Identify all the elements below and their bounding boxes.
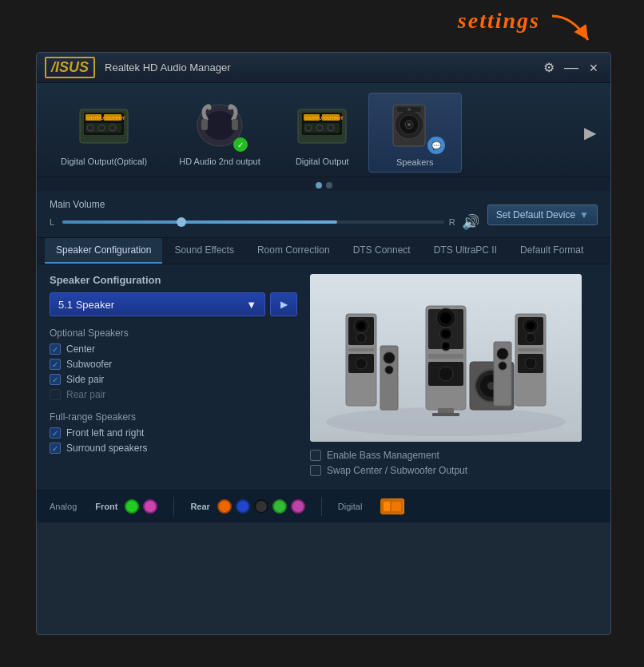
checkbox-rear-pair[interactable]: Rear pair — [50, 389, 297, 400]
left-panel: Speaker Configuration 5.1 Speaker ▼ ▶ Op… — [50, 274, 297, 480]
checkbox-side-pair[interactable]: ✓ Side pair — [50, 374, 297, 385]
speaker-config-title: Speaker Configuration — [50, 274, 297, 286]
close-button[interactable]: ✕ — [585, 59, 602, 77]
front-dot-1[interactable] — [125, 499, 139, 514]
svg-point-38 — [442, 330, 450, 338]
rear-dot-1[interactable] — [217, 499, 232, 514]
title-buttons: ⚙ — ✕ — [540, 59, 602, 77]
svg-rect-49 — [348, 348, 374, 351]
svg-point-30 — [407, 108, 411, 111]
rear-dot-5[interactable] — [291, 499, 305, 514]
checkbox-subwoofer-label: Subwoofer — [66, 359, 112, 370]
svg-text:OUTPUT: OUTPUT — [105, 116, 125, 121]
device-icon-hd-audio: ✓ — [189, 97, 249, 153]
rear-dot-3[interactable] — [254, 499, 268, 514]
gear-button[interactable]: ⚙ — [540, 59, 558, 77]
active-check-icon: ✓ — [233, 137, 248, 152]
chat-badge-icon: 💬 — [427, 137, 445, 154]
speaker-illustration — [310, 274, 582, 442]
front-dot-2[interactable] — [143, 499, 157, 514]
settings-label: settings — [458, 8, 540, 34]
swap-center-label: Swap Center / Subwoofer Output — [327, 465, 467, 476]
volume-slider[interactable] — [62, 220, 444, 224]
front-connectors: Front — [95, 499, 157, 514]
tab-dts-ultrapc[interactable]: DTS UltraPC II — [423, 238, 508, 264]
tab-default-format[interactable]: Default Format — [509, 238, 594, 264]
swap-center-checkbox[interactable] — [310, 465, 321, 476]
checkbox-side-pair-label: Side pair — [66, 374, 104, 385]
volume-title: Main Volume — [50, 199, 479, 210]
asus-logo: /ISUS — [45, 57, 95, 78]
dot-2[interactable] — [326, 182, 332, 189]
set-default-button[interactable]: Set Default Device ▼ — [487, 204, 598, 225]
device-icon-speakers: 💬 — [385, 98, 445, 154]
checkbox-subwoofer[interactable]: ✓ Subwoofer — [50, 359, 297, 370]
set-default-label: Set Default Device — [496, 209, 575, 220]
checkbox-surround[interactable]: ✓ Surround speakers — [50, 443, 297, 454]
checkbox-front-lr-input[interactable]: ✓ — [50, 427, 61, 439]
checkbox-front-lr-label: Front left and right — [66, 427, 144, 439]
swap-center-row[interactable]: Swap Center / Subwoofer Output — [310, 465, 598, 476]
svg-rect-71 — [432, 413, 459, 416]
device-icon-digital-optical: OUTPUT OUTPUT — [74, 97, 134, 153]
speaker-dropdown-value: 5.1 Speaker — [58, 299, 114, 311]
dropdown-arrow-icon: ▼ — [246, 299, 256, 311]
right-panel: Enable Bass Management Swap Center / Sub… — [310, 274, 598, 480]
device-label-speakers: Speakers — [396, 157, 433, 167]
checkbox-center-input[interactable]: ✓ — [50, 343, 61, 355]
volume-slider-row: L R 🔊 — [50, 213, 479, 231]
volume-area: Main Volume L R 🔊 Set Default Device ▼ — [37, 191, 610, 238]
dot-1[interactable] — [316, 182, 322, 189]
rear-connectors: Rear — [190, 499, 304, 514]
checkbox-center-label: Center — [66, 343, 95, 355]
tab-sound-effects[interactable]: Sound Effects — [163, 238, 245, 264]
digital-connector-icon[interactable] — [380, 498, 404, 514]
checkbox-front-left-right[interactable]: ✓ Front left and right — [50, 427, 297, 439]
bass-management-row[interactable]: Enable Bass Management — [310, 450, 598, 461]
speaker-config-dropdown[interactable]: 5.1 Speaker ▼ — [50, 292, 265, 316]
vol-right-label: R — [449, 217, 457, 227]
optional-speakers: Optional Speakers ✓ Center ✓ Subwoofer ✓… — [50, 328, 297, 400]
svg-point-55 — [527, 322, 535, 330]
device-item-speakers[interactable]: 💬 Speakers — [368, 93, 462, 173]
svg-rect-13 — [232, 119, 238, 130]
tab-speaker-configuration[interactable]: Speaker Configuration — [45, 238, 162, 264]
rear-dot-2[interactable] — [236, 499, 250, 514]
checkbox-rear-pair-label: Rear pair — [66, 389, 105, 400]
speaker-select-row: 5.1 Speaker ▼ ▶ — [50, 292, 297, 316]
bass-management-checkbox[interactable] — [310, 450, 321, 461]
devices-nav-right-icon[interactable]: ▶ — [578, 117, 602, 149]
svg-point-21 — [305, 125, 312, 131]
play-button[interactable]: ▶ — [270, 292, 297, 316]
device-item-hd-audio[interactable]: ✓ HD Audio 2nd output — [163, 93, 276, 173]
optional-speakers-title: Optional Speakers — [50, 328, 297, 339]
tab-dts-connect[interactable]: DTS Connect — [342, 238, 422, 264]
device-item-digital-optical[interactable]: OUTPUT OUTPUT Digital Output(Optical) — [45, 93, 163, 173]
separator-2 — [321, 497, 322, 516]
device-strip: OUTPUT OUTPUT Digital Output(Optical) — [37, 83, 610, 177]
play-icon: ▶ — [280, 299, 288, 310]
checkbox-center[interactable]: ✓ Center — [50, 343, 297, 355]
device-label-digital-optical: Digital Output(Optical) — [61, 157, 147, 166]
tab-room-correction[interactable]: Room Correction — [246, 238, 341, 264]
front-label: Front — [95, 502, 117, 511]
dropdown-arrow-icon: ▼ — [579, 209, 589, 220]
svg-point-7 — [87, 125, 93, 131]
checkbox-rear-pair-input[interactable] — [50, 389, 61, 400]
minimize-button[interactable]: — — [563, 59, 580, 77]
checkbox-surround-input[interactable]: ✓ — [50, 443, 61, 454]
device-item-digital-output[interactable]: OUTPUT OUTPUT Digital Output — [276, 93, 368, 173]
svg-point-36 — [440, 312, 451, 324]
rear-dot-4[interactable] — [272, 499, 287, 514]
speaker-icon[interactable]: 🔊 — [462, 213, 479, 231]
svg-point-56 — [526, 333, 535, 343]
checkbox-subwoofer-input[interactable]: ✓ — [50, 359, 61, 370]
volume-row: Main Volume L R 🔊 — [50, 199, 479, 231]
page-dots — [37, 177, 610, 191]
svg-rect-74 — [392, 502, 401, 511]
device-label-digital-output: Digital Output — [296, 157, 349, 166]
checkbox-surround-label: Surround speakers — [66, 443, 147, 454]
settings-arrow-icon — [548, 12, 596, 52]
full-range-title: Full-range Speakers — [50, 411, 297, 423]
checkbox-side-pair-input[interactable]: ✓ — [50, 374, 61, 385]
